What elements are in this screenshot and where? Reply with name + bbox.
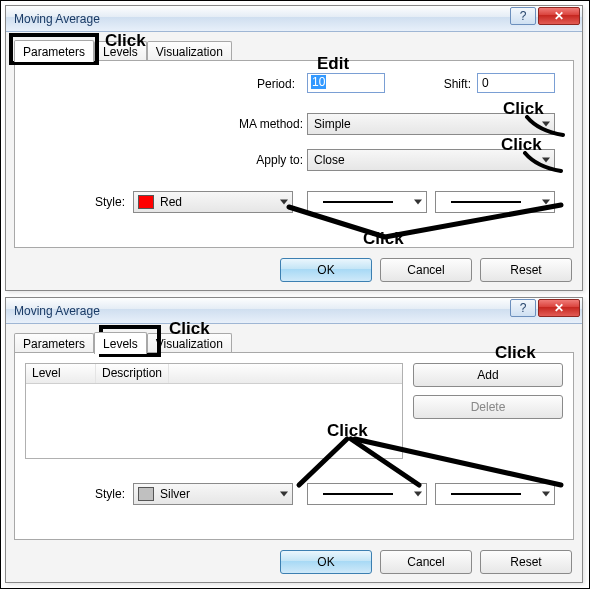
period-input[interactable]: 10: [307, 73, 385, 93]
tab-levels[interactable]: Levels: [94, 41, 147, 61]
dialog-title: Moving Average: [14, 12, 100, 26]
tab-bar: Parameters Levels Visualization: [14, 330, 232, 352]
dialog-moving-average-levels: Moving Average ? ✕ Parameters Levels Vis…: [5, 297, 583, 583]
reset-button[interactable]: Reset: [480, 258, 572, 282]
chevron-down-icon: [542, 492, 550, 497]
label-style: Style:: [81, 487, 125, 501]
grid-col-description[interactable]: Description: [96, 364, 169, 383]
label-period: Period:: [235, 77, 295, 91]
dialog-button-bar: OK Cancel Reset: [280, 258, 572, 282]
close-button[interactable]: ✕: [538, 299, 580, 317]
cancel-button[interactable]: Cancel: [380, 258, 472, 282]
shift-input[interactable]: [477, 73, 555, 93]
tab-levels[interactable]: Levels: [94, 332, 147, 354]
title-bar[interactable]: Moving Average ? ✕: [6, 6, 582, 32]
line-style-preview: [323, 201, 393, 203]
cancel-button[interactable]: Cancel: [380, 550, 472, 574]
chevron-down-icon: [414, 492, 422, 497]
chevron-down-icon: [280, 492, 288, 497]
grid-header: Level Description: [26, 364, 402, 384]
dialog-title: Moving Average: [14, 304, 100, 318]
chevron-down-icon: [542, 200, 550, 205]
grid-col-level[interactable]: Level: [26, 364, 96, 383]
tab-parameters[interactable]: Parameters: [14, 40, 94, 62]
label-ma-method: MA method:: [223, 117, 303, 131]
delete-button[interactable]: Delete: [413, 395, 563, 419]
dialog-moving-average-parameters: Moving Average ? ✕ Parameters Levels Vis…: [5, 5, 583, 291]
color-swatch-silver: [138, 487, 154, 501]
ok-button[interactable]: OK: [280, 550, 372, 574]
help-icon: ?: [520, 9, 527, 23]
chevron-down-icon: [280, 200, 288, 205]
help-icon: ?: [520, 301, 527, 315]
tab-parameters[interactable]: Parameters: [14, 333, 94, 353]
chevron-down-icon: [542, 122, 550, 127]
close-button[interactable]: ✕: [538, 7, 580, 25]
help-button[interactable]: ?: [510, 7, 536, 25]
tab-visualization[interactable]: Visualization: [147, 333, 232, 353]
label-apply-to: Apply to:: [223, 153, 303, 167]
style-line-combo[interactable]: [307, 191, 427, 213]
line-style-preview: [323, 493, 393, 495]
dialog-button-bar: OK Cancel Reset: [280, 550, 572, 574]
color-swatch-red: [138, 195, 154, 209]
ok-button[interactable]: OK: [280, 258, 372, 282]
style-color-combo[interactable]: Silver: [133, 483, 293, 505]
add-button[interactable]: Add: [413, 363, 563, 387]
style-color-combo[interactable]: Red: [133, 191, 293, 213]
title-bar[interactable]: Moving Average ? ✕: [6, 298, 582, 324]
tab-body: Level Description Add Delete Style: Silv…: [14, 352, 574, 540]
apply-to-combo[interactable]: Close: [307, 149, 555, 171]
close-icon: ✕: [554, 301, 564, 315]
style-line-combo[interactable]: [307, 483, 427, 505]
tab-visualization[interactable]: Visualization: [147, 41, 232, 61]
style-width-combo[interactable]: [435, 191, 555, 213]
tab-body: Period: 10 Shift: MA method: Simple: [14, 60, 574, 248]
style-width-combo[interactable]: [435, 483, 555, 505]
help-button[interactable]: ?: [510, 299, 536, 317]
tab-bar: Parameters Levels Visualization: [14, 38, 232, 60]
line-width-preview: [451, 201, 521, 203]
label-style: Style:: [81, 195, 125, 209]
levels-grid[interactable]: Level Description: [25, 363, 403, 459]
chevron-down-icon: [542, 158, 550, 163]
chevron-down-icon: [414, 200, 422, 205]
label-shift: Shift:: [431, 77, 471, 91]
ma-method-combo[interactable]: Simple: [307, 113, 555, 135]
line-width-preview: [451, 493, 521, 495]
reset-button[interactable]: Reset: [480, 550, 572, 574]
close-icon: ✕: [554, 9, 564, 23]
